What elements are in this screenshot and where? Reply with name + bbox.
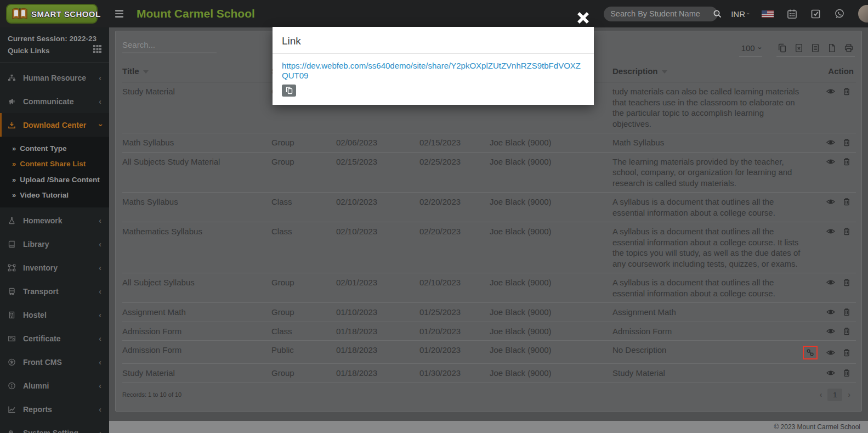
view-eye-icon[interactable] [826, 227, 835, 235]
page-number-button[interactable]: 1 [827, 389, 842, 401]
sidebar-item-human-resource[interactable]: Human Resource ‹ [0, 66, 109, 89]
view-eye-icon[interactable] [826, 158, 835, 166]
table-row[interactable]: Study MaterialGroup01/18/202301/30/2023J… [122, 364, 856, 383]
chevron-left-icon: ‹ [99, 429, 101, 433]
session-block: Current Session: 2022-23 Quick Links [0, 27, 109, 63]
sidebar-item-alumni[interactable]: Alumni ‹ [0, 374, 109, 397]
share-link-icon[interactable] [806, 348, 814, 357]
chevron-left-icon: ‹ [99, 405, 101, 414]
sidebar-item-reports[interactable]: Reports ‹ [0, 397, 109, 421]
sort-caret-icon [143, 70, 149, 74]
table-row[interactable]: Maths SyllabusClass02/10/202302/20/2023J… [122, 193, 856, 222]
col-header-title[interactable]: Title [122, 63, 271, 82]
quick-links-grid-icon[interactable] [93, 45, 101, 57]
download-center-submenu: »Content Type »Content Share List »Uploa… [0, 137, 109, 207]
sidebar-nav-lower: Homework ‹ Library ‹ Inventory ‹ Transpo… [0, 209, 109, 433]
sidebar-item-download-center[interactable]: Download Center ‹ [0, 113, 109, 137]
currency-selector[interactable]: INR‹ [731, 9, 748, 19]
delete-trash-icon[interactable] [843, 158, 850, 166]
delete-trash-icon[interactable] [843, 87, 850, 95]
highlight-box [803, 346, 818, 359]
table-row[interactable]: Mathematics SyllabusClass02/10/202302/20… [122, 222, 856, 273]
certificate-icon [8, 335, 21, 342]
app-logo[interactable]: SMART SCHOOL [6, 4, 98, 24]
sidebar-item-hostel[interactable]: Hostel ‹ [0, 303, 109, 327]
whatsapp-icon[interactable] [834, 8, 845, 19]
link-modal: Link https://dev.webfeb.com/ss640demo/si… [273, 27, 594, 105]
submenu-item-upload-share-content[interactable]: »Upload /Share Content [0, 172, 109, 188]
table-row[interactable]: Math SyllabusGroup02/06/202302/15/2023Jo… [122, 133, 856, 153]
sidebar-item-certificate[interactable]: Certificate ‹ [0, 327, 109, 350]
submenu-item-content-share-list[interactable]: »Content Share List [0, 156, 109, 172]
sitemap-icon [8, 74, 21, 82]
col-header-description[interactable]: Description [612, 63, 809, 82]
language-flag-icon[interactable] [762, 10, 774, 18]
sidebar-toggle-hamburger-icon[interactable] [115, 10, 123, 18]
pagination: ‹ 1 › [820, 389, 853, 401]
delete-trash-icon[interactable] [843, 278, 850, 286]
table-row[interactable]: Admission FormClass01/18/202301/20/2023J… [122, 322, 856, 341]
search-icon[interactable] [713, 9, 722, 19]
excel-export-icon[interactable] [795, 43, 803, 53]
book-logo-icon [12, 7, 28, 20]
view-eye-icon[interactable] [826, 198, 835, 206]
table-row[interactable]: Assignment MathGroup01/10/202301/25/2023… [122, 303, 856, 322]
delete-trash-icon[interactable] [843, 308, 850, 316]
sidebar-item-system-setting[interactable]: System Setting ‹ [0, 421, 109, 433]
prev-page-chevron[interactable]: ‹ [820, 390, 822, 399]
table-row[interactable]: Admission FormPublic01/18/202301/20/2023… [122, 341, 856, 364]
bullhorn-icon [8, 98, 21, 105]
view-eye-icon[interactable] [826, 348, 835, 357]
submenu-item-video-tutorial[interactable]: »Video Tutorial [0, 188, 109, 204]
delete-trash-icon[interactable] [843, 227, 850, 235]
sidebar-item-transport[interactable]: Transport ‹ [0, 279, 109, 303]
delete-trash-icon[interactable] [843, 198, 850, 206]
delete-trash-icon[interactable] [843, 348, 850, 357]
table-row[interactable]: All Subjects Study MaterialGroup02/15/20… [122, 152, 856, 193]
sidebar-item-homework[interactable]: Homework ‹ [0, 209, 109, 232]
chevron-down-icon: ‹ [96, 123, 105, 126]
close-icon[interactable] [576, 11, 591, 25]
top-navbar: SMART SCHOOL Mount Carmel School INR‹ [0, 0, 868, 27]
user-avatar[interactable] [858, 5, 868, 23]
pdf-export-icon[interactable] [827, 43, 836, 53]
view-eye-icon[interactable] [826, 369, 835, 377]
delete-trash-icon[interactable] [843, 327, 850, 335]
page-size-select[interactable]: 100 ‹ [739, 43, 762, 57]
calendar-icon[interactable] [787, 9, 797, 19]
quick-links-label: Quick Links [8, 45, 50, 57]
view-eye-icon[interactable] [826, 308, 835, 316]
chevron-left-icon: ‹ [99, 334, 101, 343]
object-group-icon [8, 264, 21, 272]
brand-name: SMART SCHOOL [31, 9, 100, 19]
building-icon [8, 311, 21, 319]
next-page-chevron[interactable]: › [848, 390, 850, 399]
view-eye-icon[interactable] [826, 87, 835, 95]
delete-trash-icon[interactable] [843, 369, 850, 377]
content-share-table: Title S Description Action Study Materia… [122, 63, 856, 383]
delete-trash-icon[interactable] [843, 138, 850, 147]
view-eye-icon[interactable] [826, 327, 835, 335]
download-icon [8, 121, 21, 129]
chevron-down-icon: ‹ [754, 47, 763, 49]
table-search-input[interactable] [122, 38, 217, 53]
todo-check-square-icon[interactable] [810, 9, 821, 19]
book-icon [8, 240, 21, 248]
copy-export-icon[interactable] [778, 43, 787, 53]
print-icon[interactable] [844, 43, 854, 53]
chevron-left-icon: ‹ [99, 311, 101, 319]
copy-url-button[interactable] [282, 85, 296, 97]
sidebar-item-library[interactable]: Library ‹ [0, 232, 109, 256]
submenu-item-content-type[interactable]: »Content Type [0, 140, 109, 156]
chart-line-icon [8, 406, 21, 413]
view-eye-icon[interactable] [826, 138, 835, 147]
table-row[interactable]: All Subject SyllabusGroup02/01/202302/10… [122, 273, 856, 303]
sidebar-item-front-cms[interactable]: Front CMS ‹ [0, 350, 109, 374]
student-search-box[interactable] [604, 7, 718, 21]
csv-export-icon[interactable] [811, 43, 820, 53]
view-eye-icon[interactable] [826, 278, 835, 286]
student-search-input[interactable] [610, 9, 713, 18]
share-url-link[interactable]: https://dev.webfeb.com/ss640demo/site/sh… [282, 61, 581, 80]
sidebar-item-communicate[interactable]: Communicate ‹ [0, 89, 109, 113]
sidebar-item-inventory[interactable]: Inventory ‹ [0, 256, 109, 279]
